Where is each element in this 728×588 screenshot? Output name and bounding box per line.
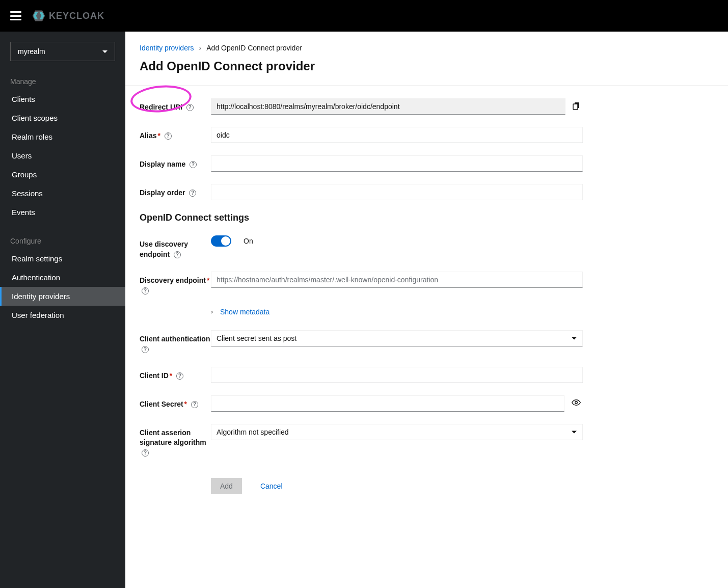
client-secret-input[interactable] bbox=[211, 395, 564, 412]
logo-text: KEYCLOAK bbox=[49, 11, 104, 21]
alias-label: Alias* ? bbox=[140, 127, 211, 141]
sidebar: myrealm Manage Clients Client scopes Rea… bbox=[0, 32, 125, 588]
help-icon[interactable]: ? bbox=[186, 104, 194, 111]
sidebar-item-realm-roles[interactable]: Realm roles bbox=[0, 127, 125, 146]
sidebar-item-realm-settings[interactable]: Realm settings bbox=[0, 249, 125, 268]
main-content: Identity providers › Add OpenID Connect … bbox=[125, 32, 728, 588]
cancel-button[interactable]: Cancel bbox=[251, 478, 292, 494]
caret-down-icon bbox=[102, 50, 107, 53]
realm-name: myrealm bbox=[18, 47, 45, 56]
page-title: Add OpenID Connect provider bbox=[140, 59, 714, 73]
client-assertion-label: Client asserion signature algorithm ? bbox=[140, 424, 211, 458]
help-icon[interactable]: ? bbox=[174, 251, 181, 258]
client-auth-label: Client authentication ? bbox=[140, 330, 211, 354]
realm-selector[interactable]: myrealm bbox=[10, 42, 115, 61]
sidebar-item-users[interactable]: Users bbox=[0, 146, 125, 165]
nav-section-title: Configure bbox=[0, 231, 125, 249]
eye-icon[interactable] bbox=[570, 396, 583, 411]
help-icon[interactable]: ? bbox=[189, 190, 196, 197]
display-name-input[interactable] bbox=[211, 155, 583, 172]
use-discovery-label: Use discovery endpoint ? bbox=[140, 235, 211, 259]
display-name-label: Display name ? bbox=[140, 155, 211, 170]
redirect-uri-input[interactable] bbox=[211, 98, 565, 115]
client-secret-label: Client Secret* ? bbox=[140, 395, 211, 410]
sidebar-item-groups[interactable]: Groups bbox=[0, 165, 125, 184]
client-id-label: Client ID* ? bbox=[140, 367, 211, 381]
logo[interactable]: KEYCLOAK bbox=[32, 9, 104, 23]
client-id-input[interactable] bbox=[211, 367, 583, 383]
svg-point-5 bbox=[575, 402, 578, 404]
help-icon[interactable]: ? bbox=[142, 346, 149, 353]
nav-section-title: Manage bbox=[0, 71, 125, 90]
help-icon[interactable]: ? bbox=[165, 132, 172, 140]
svg-rect-4 bbox=[573, 104, 578, 110]
sidebar-item-client-scopes[interactable]: Client scopes bbox=[0, 109, 125, 127]
section-title: OpenID Connect settings bbox=[140, 212, 714, 223]
copy-icon[interactable] bbox=[571, 100, 583, 114]
help-icon[interactable]: ? bbox=[176, 372, 183, 380]
client-auth-select[interactable]: Client secret sent as post bbox=[211, 330, 583, 346]
client-assertion-select[interactable]: Algorithm not specified bbox=[211, 424, 583, 440]
redirect-uri-label: Redirect URI ? bbox=[140, 98, 211, 113]
sidebar-item-clients[interactable]: Clients bbox=[0, 90, 125, 109]
help-icon[interactable]: ? bbox=[142, 287, 149, 295]
divider bbox=[125, 86, 728, 86]
alias-input[interactable] bbox=[211, 127, 583, 143]
discovery-endpoint-input[interactable] bbox=[211, 272, 583, 288]
use-discovery-toggle[interactable] bbox=[211, 235, 231, 247]
sidebar-item-sessions[interactable]: Sessions bbox=[0, 184, 125, 203]
help-icon[interactable]: ? bbox=[191, 401, 198, 408]
chevron-right-icon: › bbox=[199, 44, 202, 52]
display-order-label: Display order ? bbox=[140, 184, 211, 198]
breadcrumb: Identity providers › Add OpenID Connect … bbox=[140, 44, 714, 52]
add-button[interactable]: Add bbox=[211, 478, 242, 494]
help-icon[interactable]: ? bbox=[142, 449, 149, 457]
help-icon[interactable]: ? bbox=[190, 161, 197, 168]
sidebar-item-authentication[interactable]: Authentication bbox=[0, 268, 125, 287]
keycloak-logo-icon bbox=[32, 9, 46, 23]
sidebar-item-user-federation[interactable]: User federation bbox=[0, 306, 125, 325]
sidebar-item-events[interactable]: Events bbox=[0, 203, 125, 222]
switch-state-label: On bbox=[244, 237, 253, 245]
topbar: KEYCLOAK bbox=[0, 0, 728, 32]
discovery-endpoint-label: Discovery endpoint* ? bbox=[140, 272, 211, 296]
show-metadata-link[interactable]: Show metadata bbox=[220, 308, 269, 316]
hamburger-menu-icon[interactable] bbox=[10, 11, 21, 20]
chevron-right-icon: › bbox=[211, 308, 213, 315]
breadcrumb-current: Add OpenID Connect provider bbox=[206, 44, 302, 52]
breadcrumb-parent-link[interactable]: Identity providers bbox=[140, 44, 194, 52]
display-order-input[interactable] bbox=[211, 184, 583, 200]
sidebar-item-identity-providers[interactable]: Identity providers bbox=[0, 287, 125, 306]
